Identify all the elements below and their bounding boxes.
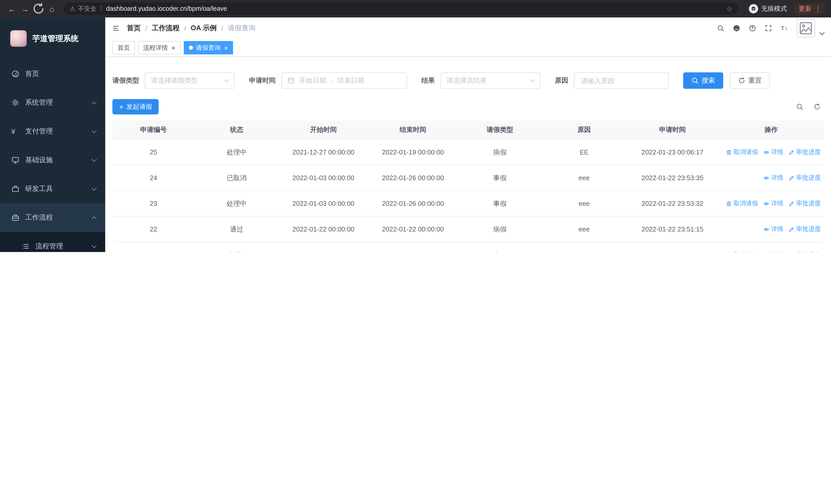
cell-type: 病假: [458, 216, 542, 242]
apply-time-range-picker[interactable]: 开始日期 - 结束日期: [281, 72, 407, 89]
chevron-down-icon: [224, 77, 229, 82]
edit-icon: [789, 200, 795, 207]
list-icon: [22, 242, 30, 250]
incognito-icon: [749, 4, 758, 13]
cell-reason: eee: [542, 191, 626, 216]
browser-reload-icon[interactable]: [32, 2, 45, 16]
tab-process-detail[interactable]: 流程详情 ×: [138, 41, 180, 54]
bookmark-star-icon[interactable]: ☆: [726, 5, 733, 13]
close-icon[interactable]: ×: [171, 45, 175, 51]
tab-home[interactable]: 首页: [112, 41, 135, 54]
edit-icon: [789, 175, 795, 181]
browser-back-icon[interactable]: ←: [5, 4, 19, 13]
reset-button[interactable]: 重置: [730, 72, 770, 89]
tab-leave-query[interactable]: 请假查询 ×: [183, 41, 233, 54]
action-progress-link[interactable]: 审批进度: [789, 174, 821, 182]
action-detail-link[interactable]: 详情: [763, 250, 783, 252]
breadcrumb-item[interactable]: 工作流程: [152, 24, 180, 33]
cell-id: 21: [112, 242, 195, 252]
cell-end: 2022-01-26 00:00:00: [368, 165, 458, 191]
sidebar-item-payment-management[interactable]: ¥支付管理: [0, 117, 105, 146]
action-cancel-link[interactable]: 取消请假: [726, 199, 758, 208]
sidebar-item-infrastructure[interactable]: 基础设施: [0, 146, 105, 175]
svg-text:T: T: [785, 27, 787, 31]
avatar[interactable]: [797, 19, 815, 37]
action-cancel-link[interactable]: 取消请假: [726, 148, 758, 156]
date-range-separator: -: [331, 77, 333, 84]
fullscreen-icon[interactable]: [765, 25, 772, 32]
font-size-icon[interactable]: TT: [781, 25, 788, 32]
sidebar-item-process-management[interactable]: 流程管理: [0, 232, 105, 252]
dashboard-icon: [11, 70, 20, 78]
cell-applied: 2022-01-22 23:53:32: [626, 191, 719, 216]
update-button[interactable]: 更新 ⋮: [794, 3, 826, 14]
sidebar-item-home[interactable]: 首页: [0, 60, 105, 88]
cell-type: 事假: [458, 165, 542, 191]
browser-menu-icon[interactable]: ⋮: [814, 5, 821, 12]
action-label: 审批进度: [796, 148, 821, 156]
leave-type-select[interactable]: 请选择请假类型: [145, 72, 235, 89]
action-progress-link[interactable]: 审批进度: [789, 148, 821, 156]
sidebar-item-dev-tools[interactable]: 研发工具: [0, 175, 105, 203]
help-icon[interactable]: [749, 25, 756, 32]
github-icon[interactable]: [733, 25, 740, 32]
page-content: 请假类型 请选择请假类型 申请时间 开始日期 - 结束日期: [105, 57, 831, 252]
refresh-table-icon[interactable]: [813, 103, 821, 110]
tab-label: 流程详情: [143, 43, 168, 52]
action-progress-link[interactable]: 审批进度: [789, 199, 821, 208]
action-progress-link[interactable]: 审批进度: [789, 225, 821, 234]
action-detail-link[interactable]: 详情: [763, 148, 783, 156]
reason-input[interactable]: [580, 76, 663, 85]
action-detail-link[interactable]: 详情: [763, 225, 783, 234]
breadcrumb-item[interactable]: 首页: [127, 24, 141, 33]
view-icon: [763, 226, 769, 232]
table-body: 25处理中2021-12-27 00:00:002022-01-19 00:00…: [112, 139, 824, 252]
breadcrumb-item[interactable]: OA 示例: [191, 24, 217, 33]
browser-home-icon[interactable]: ⌂: [45, 4, 58, 13]
toggle-search-icon[interactable]: [796, 103, 803, 110]
search-icon[interactable]: [717, 25, 724, 32]
column-header-applied: 申请时间: [626, 121, 719, 139]
chevron-down-icon[interactable]: [820, 30, 825, 35]
close-icon[interactable]: ×: [224, 45, 228, 51]
cell-id: 24: [112, 165, 195, 191]
briefcase-icon: [11, 213, 20, 222]
sidebar-item-label: 首页: [25, 69, 39, 79]
action-detail-link[interactable]: 详情: [763, 199, 783, 208]
cell-actions: 详情审批进度: [719, 165, 824, 191]
cell-applied: 2022-01-23 00:06:17: [626, 139, 719, 165]
chevron-down-icon: [92, 156, 97, 162]
chevron-down-icon: [92, 243, 97, 248]
column-header-end: 结束时间: [368, 121, 458, 139]
breadcrumb-separator: /: [184, 24, 186, 32]
incognito-badge: 无痕模式: [749, 4, 787, 13]
select-placeholder: 请选择请假类型: [151, 76, 198, 85]
edit-icon: [789, 226, 795, 232]
edit-icon: [789, 149, 795, 155]
toolbox-icon: [11, 185, 20, 193]
view-icon: [763, 252, 769, 252]
search-button[interactable]: 搜索: [683, 72, 723, 89]
result-select[interactable]: 请选择流结果: [440, 72, 541, 89]
column-header-status: 状态: [195, 121, 279, 139]
sidebar-item-workflow[interactable]: 工作流程: [0, 203, 105, 232]
sidebar-item-system-management[interactable]: 系统管理: [0, 88, 105, 117]
tabs-bar: 首页 流程详情 × 请假查询 ×: [105, 39, 831, 57]
column-header-type: 请假类型: [458, 121, 542, 139]
action-cancel-link[interactable]: 取消请假: [726, 250, 758, 252]
action-progress-link[interactable]: 审批进度: [789, 250, 821, 252]
url-bar[interactable]: ⚠ 不安全 dashboard.yudao.iocoder.cn/bpm/oa/…: [64, 3, 739, 15]
browser-forward-icon[interactable]: →: [19, 4, 32, 13]
action-detail-link[interactable]: 详情: [763, 174, 783, 182]
action-label: 详情: [771, 148, 783, 156]
cell-applied: 2022-01-22 23:51:15: [626, 216, 719, 242]
column-header-id: 申请编号: [112, 121, 195, 139]
action-label: 审批进度: [796, 225, 821, 234]
svg-text:T: T: [781, 25, 784, 32]
end-date-placeholder: 结束日期: [338, 76, 364, 85]
create-leave-button[interactable]: + 发起请假: [112, 99, 159, 114]
cell-start: 2022-01-03 00:00:00: [279, 165, 368, 191]
sidebar-collapse-icon[interactable]: [112, 25, 120, 32]
chevron-down-icon: [92, 185, 97, 190]
start-date-placeholder: 开始日期: [299, 76, 326, 85]
